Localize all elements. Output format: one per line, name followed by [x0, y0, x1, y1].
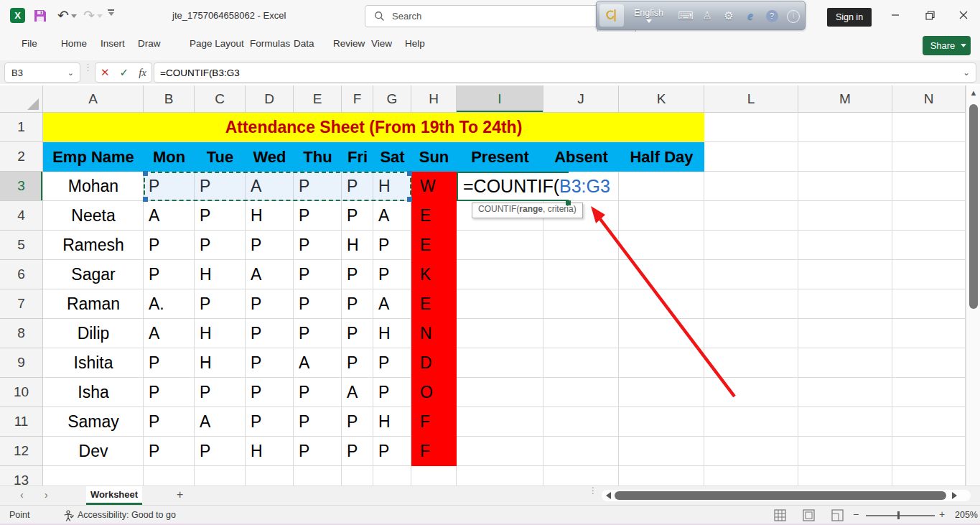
cell-day[interactable]: P: [299, 407, 342, 437]
cell[interactable]: [704, 437, 798, 466]
cell-day[interactable]: P: [347, 201, 373, 231]
cell-weekend-letter[interactable]: N: [420, 319, 457, 348]
cell-name-sagar[interactable]: Sagar: [43, 260, 144, 289]
row-header-11[interactable]: 11: [0, 407, 43, 437]
cell-day[interactable]: A: [378, 289, 411, 319]
cell-weekend-letter[interactable]: E: [420, 201, 457, 231]
zoom-in-button[interactable]: +: [939, 508, 945, 520]
cell-day[interactable]: P: [347, 437, 373, 466]
cell[interactable]: [457, 437, 543, 466]
accessibility-status[interactable]: Accessibility: Good to go: [78, 510, 176, 520]
cell-day[interactable]: P: [378, 231, 411, 260]
cell-day[interactable]: P: [149, 260, 195, 289]
cell[interactable]: [704, 231, 798, 260]
cell-day[interactable]: A: [200, 407, 246, 437]
row-header-9[interactable]: 9: [0, 348, 43, 378]
cell-day[interactable]: P: [251, 231, 294, 260]
cell[interactable]: [798, 407, 892, 437]
column-header-l[interactable]: L: [704, 85, 798, 113]
cell[interactable]: [411, 466, 457, 485]
row-header-6[interactable]: 6: [0, 260, 43, 289]
cell-day[interactable]: P: [251, 319, 294, 348]
cell-day[interactable]: P: [200, 231, 246, 260]
cell[interactable]: [457, 231, 543, 260]
cell[interactable]: [457, 289, 543, 319]
cell-name-ramesh[interactable]: Ramesh: [43, 231, 144, 260]
header-cell-sat[interactable]: Sat: [373, 142, 411, 172]
cell[interactable]: [543, 289, 619, 319]
cell-name-neeta[interactable]: Neeta: [43, 201, 144, 231]
cell[interactable]: [892, 260, 966, 289]
cell[interactable]: [704, 113, 798, 142]
vertical-scrollbar[interactable]: ▲: [966, 85, 980, 485]
column-header-h[interactable]: H: [411, 85, 457, 113]
cell-day[interactable]: P: [200, 289, 246, 319]
cell-day[interactable]: P: [149, 231, 195, 260]
cell-day[interactable]: P: [251, 378, 294, 407]
cell-weekend-letter[interactable]: E: [420, 289, 457, 319]
column-header-g[interactable]: G: [373, 85, 411, 113]
cell-day[interactable]: P: [347, 172, 373, 201]
cell[interactable]: [892, 407, 966, 437]
cell-day[interactable]: P: [299, 319, 342, 348]
row-header-8[interactable]: 8: [0, 319, 43, 348]
horizontal-scrollbar[interactable]: [602, 490, 971, 501]
cell[interactable]: [798, 348, 892, 378]
cell[interactable]: [704, 466, 798, 485]
cell[interactable]: [798, 142, 892, 172]
cell[interactable]: [619, 201, 704, 231]
cell[interactable]: [619, 260, 704, 289]
cell-day[interactable]: H: [200, 348, 246, 378]
cell[interactable]: [619, 466, 704, 485]
cell[interactable]: [543, 466, 619, 485]
cell[interactable]: [144, 466, 195, 485]
column-header-n[interactable]: N: [892, 85, 966, 113]
header-cell-wed[interactable]: Wed: [246, 142, 294, 172]
cell-day[interactable]: H: [200, 319, 246, 348]
cell[interactable]: [457, 172, 543, 201]
cell-day[interactable]: P: [347, 348, 373, 378]
cell[interactable]: [543, 319, 619, 348]
cell[interactable]: [704, 172, 798, 201]
cell[interactable]: [619, 172, 704, 201]
cell[interactable]: [892, 348, 966, 378]
column-header-e[interactable]: E: [294, 85, 342, 113]
cell-day[interactable]: P: [347, 407, 373, 437]
cell[interactable]: [798, 466, 892, 485]
cell[interactable]: [892, 142, 966, 172]
cell-day[interactable]: P: [149, 172, 195, 201]
zoom-slider[interactable]: [866, 515, 935, 516]
cell[interactable]: [892, 378, 966, 407]
row-header-12[interactable]: 12: [0, 437, 43, 466]
cell-day[interactable]: H: [251, 201, 294, 231]
page-break-view-button[interactable]: [831, 509, 844, 521]
cell-day[interactable]: P: [149, 378, 195, 407]
cell-name-raman[interactable]: Raman: [43, 289, 144, 319]
horizontal-scroll-thumb[interactable]: [615, 491, 946, 500]
column-header-j[interactable]: J: [543, 85, 619, 113]
cell-weekend-letter[interactable]: F: [420, 437, 457, 466]
cell[interactable]: [798, 437, 892, 466]
cell[interactable]: [619, 437, 704, 466]
cell-day[interactable]: A: [149, 201, 195, 231]
cell[interactable]: [457, 407, 543, 437]
cell[interactable]: [543, 378, 619, 407]
row-header-3[interactable]: 3: [0, 172, 43, 201]
cell-day[interactable]: P: [378, 348, 411, 378]
cell-day[interactable]: P: [251, 407, 294, 437]
header-cell-present[interactable]: Present: [457, 142, 543, 172]
scroll-right-icon[interactable]: [952, 492, 957, 499]
sheet-tab-worksheet[interactable]: Worksheet: [86, 486, 142, 505]
cell-name-mohan[interactable]: Mohan: [43, 172, 144, 201]
cell-day[interactable]: P: [299, 172, 342, 201]
cell-day[interactable]: H: [378, 407, 411, 437]
cell[interactable]: [892, 289, 966, 319]
page-layout-view-button[interactable]: [803, 509, 815, 521]
zoom-out-button[interactable]: −: [853, 508, 859, 520]
cell[interactable]: [892, 172, 966, 201]
row-header-5[interactable]: 5: [0, 231, 43, 260]
cell[interactable]: [704, 319, 798, 348]
cell[interactable]: [798, 289, 892, 319]
cell-name-isha[interactable]: Isha: [43, 378, 144, 407]
cell[interactable]: [619, 231, 704, 260]
